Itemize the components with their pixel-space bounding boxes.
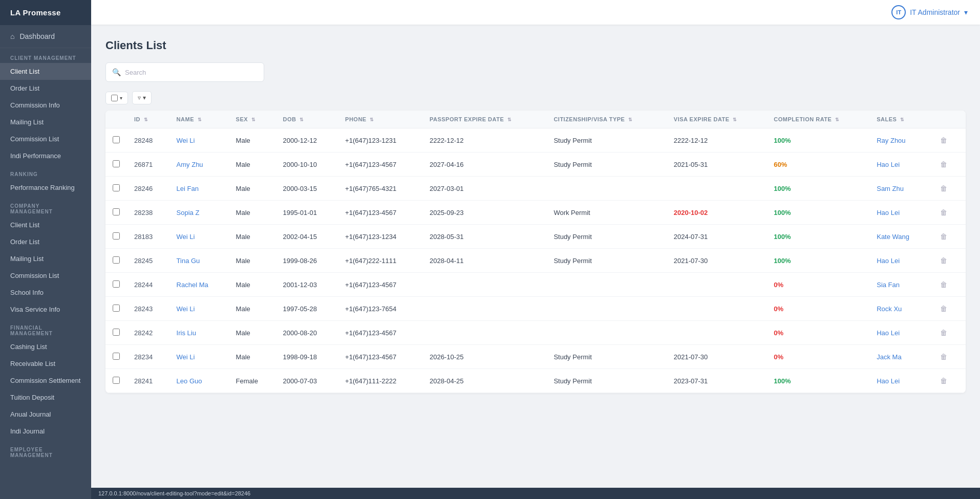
- row-checkbox-4[interactable]: [113, 232, 120, 240]
- sales-link-0[interactable]: Ray Zhou: [877, 137, 905, 144]
- cell-delete-4: 🗑: [930, 225, 966, 249]
- th-phone[interactable]: PHONE ⇅: [338, 111, 422, 128]
- th-dob[interactable]: DOB ⇅: [275, 111, 338, 128]
- sidebar-item-visa-service-info[interactable]: Visa Service Info: [0, 301, 91, 318]
- sidebar-item-company-order-list[interactable]: Order List: [0, 233, 91, 250]
- row-checkbox-1[interactable]: [113, 160, 120, 167]
- cell-completion-4: 100%: [766, 225, 869, 249]
- client-link-7[interactable]: Wei Li: [177, 305, 195, 313]
- clients-table: ID ⇅ NAME ⇅ SEX ⇅ DOB ⇅ PHONE ⇅ PASSPORT…: [105, 111, 966, 393]
- row-checkbox-8[interactable]: [113, 329, 120, 336]
- delete-button-3[interactable]: 🗑: [937, 207, 950, 218]
- sales-link-2[interactable]: Sam Zhu: [877, 185, 904, 192]
- sidebar-item-order-list[interactable]: Order List: [0, 80, 91, 97]
- select-all-checkbox[interactable]: [111, 95, 118, 101]
- sidebar: LA Promesse ⌂ Dashboard CLIENT MANAGEMEN…: [0, 0, 91, 499]
- delete-button-0[interactable]: 🗑: [937, 135, 950, 145]
- filter-label: ▾: [143, 94, 146, 101]
- client-link-3[interactable]: Sopia Z: [177, 209, 200, 216]
- sidebar-item-tuition-deposit[interactable]: Tuition Deposit: [0, 389, 91, 406]
- sales-link-9[interactable]: Jack Ma: [877, 353, 901, 361]
- sidebar-item-client-list[interactable]: Client List: [0, 63, 91, 80]
- cell-dob-9: 1998-09-18: [275, 345, 338, 369]
- sales-link-7[interactable]: Rock Xu: [877, 305, 902, 313]
- client-link-5[interactable]: Tina Gu: [177, 257, 200, 265]
- sales-link-3[interactable]: Hao Lei: [877, 209, 900, 216]
- delete-button-2[interactable]: 🗑: [937, 183, 950, 193]
- cell-completion-8: 0%: [766, 321, 869, 345]
- sales-link-6[interactable]: Sia Fan: [877, 281, 900, 289]
- sidebar-item-indi-performance[interactable]: Indi Performance: [0, 147, 91, 164]
- cell-passport-8: [422, 321, 546, 345]
- client-link-6[interactable]: Rachel Ma: [177, 281, 208, 289]
- delete-button-6[interactable]: 🗑: [937, 279, 950, 290]
- row-checkbox-cell-4: [105, 225, 127, 249]
- cell-phone-4: +1(647)123-1234: [338, 225, 422, 249]
- th-id[interactable]: ID ⇅: [127, 111, 169, 128]
- delete-button-9[interactable]: 🗑: [937, 352, 950, 362]
- delete-button-5[interactable]: 🗑: [937, 255, 950, 266]
- row-checkbox-5[interactable]: [113, 256, 120, 264]
- user-menu[interactable]: IT IT Administrator ▾: [891, 5, 968, 19]
- row-checkbox-2[interactable]: [113, 184, 120, 191]
- search-bar[interactable]: 🔍: [105, 62, 264, 82]
- delete-button-10[interactable]: 🗑: [937, 376, 950, 386]
- row-checkbox-0[interactable]: [113, 136, 120, 143]
- sales-link-5[interactable]: Hao Lei: [877, 257, 900, 265]
- sales-link-4[interactable]: Kate Wang: [877, 233, 909, 241]
- sidebar-dashboard[interactable]: ⌂ Dashboard: [0, 25, 91, 48]
- delete-button-1[interactable]: 🗑: [937, 159, 950, 169]
- cell-visa-expire-1: 2021-05-31: [667, 153, 767, 177]
- client-link-2[interactable]: Lei Fan: [177, 185, 199, 192]
- client-link-10[interactable]: Leo Guo: [177, 377, 202, 385]
- cell-name-10: Leo Guo: [169, 369, 229, 393]
- th-sex[interactable]: SEX ⇅: [229, 111, 276, 128]
- client-link-4[interactable]: Wei Li: [177, 233, 195, 241]
- sidebar-item-cashing-list[interactable]: Cashing List: [0, 338, 91, 355]
- delete-button-7[interactable]: 🗑: [937, 303, 950, 314]
- th-visa-expire[interactable]: VISA EXPIRE DATE ⇅: [667, 111, 767, 128]
- sales-link-8[interactable]: Hao Lei: [877, 329, 900, 337]
- sidebar-item-company-commission-list[interactable]: Commission List: [0, 267, 91, 284]
- client-link-8[interactable]: Iris Liu: [177, 329, 196, 337]
- cell-sales-3: Hao Lei: [869, 201, 930, 225]
- sidebar-item-company-mailing-list[interactable]: Mailing List: [0, 250, 91, 267]
- sidebar-item-mailing-list[interactable]: Mailing List: [0, 114, 91, 131]
- cell-dob-3: 1995-01-01: [275, 201, 338, 225]
- row-checkbox-6[interactable]: [113, 280, 120, 288]
- sales-link-1[interactable]: Hao Lei: [877, 161, 900, 168]
- row-checkbox-7[interactable]: [113, 305, 120, 312]
- th-completion[interactable]: COMPLETION RATE ⇅: [766, 111, 869, 128]
- sidebar-item-commission-list[interactable]: Commission List: [0, 131, 91, 147]
- search-input[interactable]: [125, 69, 258, 76]
- delete-button-8[interactable]: 🗑: [937, 328, 950, 338]
- sidebar-item-performance-ranking[interactable]: Performance Ranking: [0, 179, 91, 196]
- cell-delete-2: 🗑: [930, 177, 966, 201]
- select-all-button[interactable]: ▾: [105, 92, 128, 104]
- sidebar-item-indi-journal[interactable]: Indi Journal: [0, 423, 91, 440]
- th-citizenship-visa[interactable]: CITIZENSHIP/VISA TYPE ⇅: [546, 111, 666, 128]
- row-checkbox-9[interactable]: [113, 353, 120, 360]
- sales-link-10[interactable]: Hao Lei: [877, 377, 900, 385]
- filter-button[interactable]: ▿ ▾: [132, 91, 152, 104]
- sidebar-item-school-info[interactable]: School Info: [0, 284, 91, 301]
- th-passport-expire[interactable]: PASSPORT EXPIRE DATE ⇅: [422, 111, 546, 128]
- cell-id-2: 28246: [127, 177, 169, 201]
- sidebar-item-commission-settlement[interactable]: Commission Settlement: [0, 372, 91, 389]
- cell-dob-0: 2000-12-12: [275, 128, 338, 153]
- delete-button-4[interactable]: 🗑: [937, 231, 950, 242]
- client-link-1[interactable]: Amy Zhu: [177, 161, 203, 168]
- cell-completion-7: 0%: [766, 297, 869, 321]
- sidebar-item-company-client-list[interactable]: Client List: [0, 216, 91, 233]
- sidebar-item-commission-info[interactable]: Commission Info: [0, 97, 91, 114]
- sidebar-item-receivable-list[interactable]: Receivable List: [0, 355, 91, 372]
- row-checkbox-3[interactable]: [113, 208, 120, 215]
- th-sales[interactable]: SALES ⇅: [869, 111, 930, 128]
- client-link-0[interactable]: Wei Li: [177, 137, 195, 144]
- client-link-9[interactable]: Wei Li: [177, 353, 195, 361]
- row-checkbox-cell-1: [105, 153, 127, 177]
- th-name[interactable]: NAME ⇅: [169, 111, 229, 128]
- sidebar-item-anual-journal[interactable]: Anual Journal: [0, 406, 91, 423]
- row-checkbox-10[interactable]: [113, 377, 120, 384]
- app-logo[interactable]: LA Promesse: [0, 0, 91, 25]
